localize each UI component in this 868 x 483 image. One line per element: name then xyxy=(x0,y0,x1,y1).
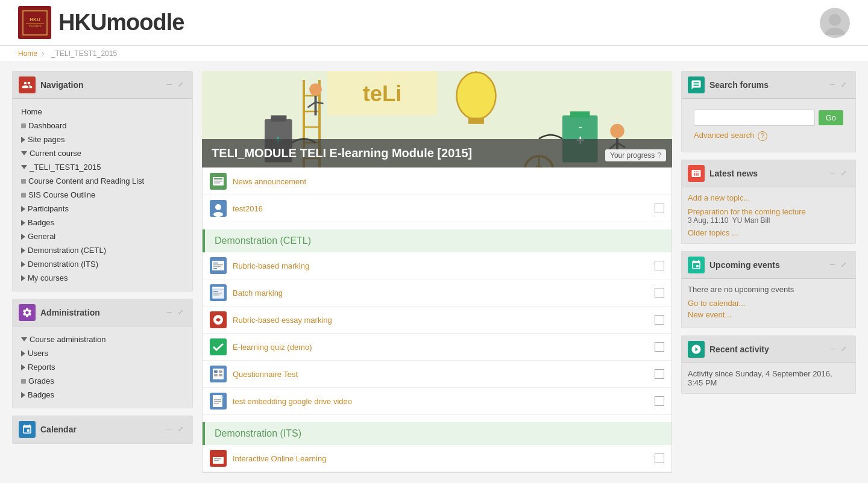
nav-item-sis-outline[interactable]: SIS Course Outline xyxy=(19,189,186,201)
svg-rect-73 xyxy=(214,403,219,404)
older-topics-link[interactable]: Older topics ... xyxy=(688,228,738,237)
expand-icon[interactable]: ⤢ xyxy=(841,81,849,89)
minimize-icon[interactable]: ─ xyxy=(830,169,838,178)
search-forums-input[interactable] xyxy=(694,110,815,126)
nav-item-teli[interactable]: _TELI_TEST1_2015 xyxy=(19,161,186,173)
admin-item-course-admin[interactable]: Course administration xyxy=(19,334,186,345)
search-forums-controls[interactable]: ─ ⤢ xyxy=(830,81,849,89)
admin-item-badges[interactable]: Badges xyxy=(19,389,186,400)
upcoming-events-title: Upcoming events xyxy=(709,260,780,270)
svg-rect-56 xyxy=(213,291,218,292)
svg-rect-11 xyxy=(468,117,484,123)
test2016-row: test2016 xyxy=(203,195,671,222)
recent-activity-title: Recent activity xyxy=(709,344,769,354)
nav-item-dashboard[interactable]: Dashboard xyxy=(19,120,186,131)
expand-icon[interactable]: ⤢ xyxy=(178,425,186,434)
administration-block-controls[interactable]: ─ ⤢ xyxy=(167,308,186,317)
interactive-learning-name: Interactive Online Learning xyxy=(233,454,649,463)
nav-item-participants[interactable]: Participants xyxy=(19,203,186,214)
activity-checkbox[interactable] xyxy=(655,288,664,298)
recent-activity-controls[interactable]: ─ ⤢ xyxy=(830,345,849,354)
svg-rect-78 xyxy=(214,460,219,461)
nav-item-demo-cetl[interactable]: Demonstration (CETL) xyxy=(19,245,186,256)
quiz-icon xyxy=(210,338,227,355)
svg-rect-77 xyxy=(214,458,221,460)
search-go-button[interactable]: Go xyxy=(819,110,843,125)
nav-item-home[interactable]: Home xyxy=(19,106,186,117)
nav-item-badges[interactable]: Badges xyxy=(19,217,186,228)
go-to-calendar-link[interactable]: Go to calendar... xyxy=(688,299,849,308)
latest-news-controls[interactable]: ─ ⤢ xyxy=(830,169,849,178)
news-item-title[interactable]: Preparation for the coming lecture xyxy=(688,207,849,216)
list-item: My courses xyxy=(19,271,186,285)
calendar-block-controls[interactable]: ─ ⤢ xyxy=(167,425,186,434)
administration-block-body: Course administration Users Reports xyxy=(13,326,192,408)
section-its-title: Demonstration (ITS) xyxy=(215,428,301,438)
expand-icon[interactable]: ⤢ xyxy=(841,261,849,269)
list-item: Users xyxy=(19,346,186,360)
expand-icon[interactable]: ⤢ xyxy=(178,81,186,89)
activity-checkbox[interactable] xyxy=(655,315,664,325)
nav-item-my-courses[interactable]: My courses xyxy=(19,272,186,284)
minimize-icon[interactable]: ─ xyxy=(167,81,175,89)
user-avatar[interactable] xyxy=(820,8,850,38)
expand-icon[interactable]: ⤢ xyxy=(178,308,186,317)
nav-item-site-pages[interactable]: Site pages xyxy=(19,134,186,145)
search-forums-block: Search forums ─ ⤢ Go Advanced search ? xyxy=(681,71,856,152)
help-icon[interactable]: ? xyxy=(758,131,767,141)
navigation-block-header: Navigation ─ ⤢ xyxy=(13,72,192,99)
main-layout: Navigation ─ ⤢ Home xyxy=(0,62,868,483)
nav-item-current-course[interactable]: Current course xyxy=(19,148,186,159)
svg-rect-63 xyxy=(213,369,224,379)
elearning-quiz-name: E-learning quiz (demo) xyxy=(233,343,649,352)
activity-checkbox[interactable] xyxy=(655,369,664,379)
activity-checkbox[interactable] xyxy=(655,453,664,463)
svg-text:-: - xyxy=(579,122,582,134)
navigation-block-controls[interactable]: ─ ⤢ xyxy=(167,81,186,89)
minimize-icon[interactable]: ─ xyxy=(167,425,175,434)
list-item: Current course xyxy=(19,146,186,160)
help-icon[interactable]: ? xyxy=(657,151,661,160)
site-logo-text[interactable]: HKUmoodle xyxy=(58,10,184,36)
navigation-block-body: Home Dashboard Site pages xyxy=(13,99,192,291)
svg-rect-65 xyxy=(219,370,222,373)
minimize-icon[interactable]: ─ xyxy=(830,261,838,269)
svg-rect-67 xyxy=(219,374,222,376)
chevron-right-icon xyxy=(21,364,25,370)
chevron-right-icon xyxy=(21,275,25,281)
section-cetl-title: Demonstration (CETL) xyxy=(215,235,311,246)
expand-icon[interactable]: ⤢ xyxy=(841,169,849,178)
svg-rect-52 xyxy=(213,268,217,269)
nav-item-demo-its[interactable]: Demonstration (ITS) xyxy=(19,258,186,270)
minimize-icon[interactable]: ─ xyxy=(830,345,838,354)
activity-checkbox[interactable] xyxy=(655,204,664,213)
advanced-search-link[interactable]: Advanced search xyxy=(694,131,754,140)
activity-checkbox[interactable] xyxy=(655,396,664,406)
hku-crest-logo[interactable]: HKU VERITAS xyxy=(18,6,51,39)
add-topic-link[interactable]: Add a new topic... xyxy=(688,193,849,202)
essay-icon xyxy=(210,311,227,328)
svg-rect-57 xyxy=(213,293,222,294)
svg-rect-41 xyxy=(214,178,222,179)
recent-activity-since: Activity since Sunday, 4 September 2016,… xyxy=(688,369,849,387)
minimize-icon[interactable]: ─ xyxy=(830,81,838,89)
news-announcement-row: News announcement xyxy=(203,168,671,195)
admin-item-users[interactable]: Users xyxy=(19,347,186,359)
activity-checkbox[interactable] xyxy=(655,261,664,270)
chevron-right-icon xyxy=(21,137,25,143)
admin-item-reports[interactable]: Reports xyxy=(19,361,186,373)
calendar-block-icon xyxy=(19,421,36,438)
nav-item-general[interactable]: General xyxy=(19,231,186,242)
admin-item-grades[interactable]: Grades xyxy=(19,375,186,387)
upcoming-events-controls[interactable]: ─ ⤢ xyxy=(830,261,849,269)
expand-icon[interactable]: ⤢ xyxy=(841,345,849,354)
chevron-right-icon xyxy=(21,234,25,240)
activity-checkbox[interactable] xyxy=(655,342,664,352)
breadcrumb: Home › _TELI_TEST1_2015 xyxy=(0,46,868,62)
nav-item-course-content[interactable]: Course Content and Reading List xyxy=(19,175,186,187)
minimize-icon[interactable]: ─ xyxy=(167,308,175,317)
questionnaire-name: Questionnaire Test xyxy=(233,370,649,379)
breadcrumb-home[interactable]: Home xyxy=(18,49,37,58)
progress-indicator[interactable]: Your progress ? xyxy=(605,149,666,161)
new-event-link[interactable]: New event... xyxy=(688,310,849,319)
